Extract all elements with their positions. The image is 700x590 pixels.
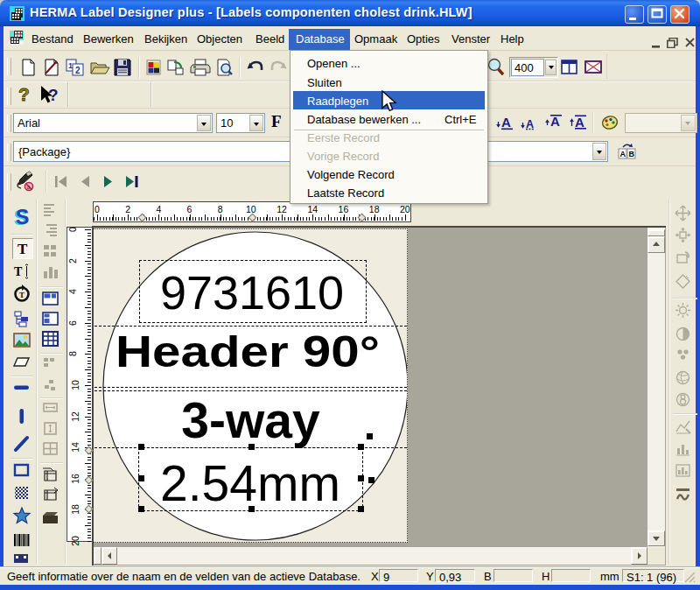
svg-text:T: T — [19, 291, 24, 299]
svg-text:?: ? — [18, 84, 30, 104]
svg-text:B: B — [629, 150, 635, 158]
svg-text:1: 1 — [68, 61, 73, 70]
svg-text:A: A — [575, 115, 584, 130]
svg-text:2: 2 — [75, 66, 80, 75]
svg-text:A: A — [501, 115, 511, 130]
svg-text:a: a — [27, 184, 31, 190]
svg-text:T: T — [18, 241, 28, 257]
svg-text:T: T — [14, 265, 23, 278]
svg-text:S: S — [16, 208, 29, 228]
svg-text:A: A — [620, 150, 626, 158]
